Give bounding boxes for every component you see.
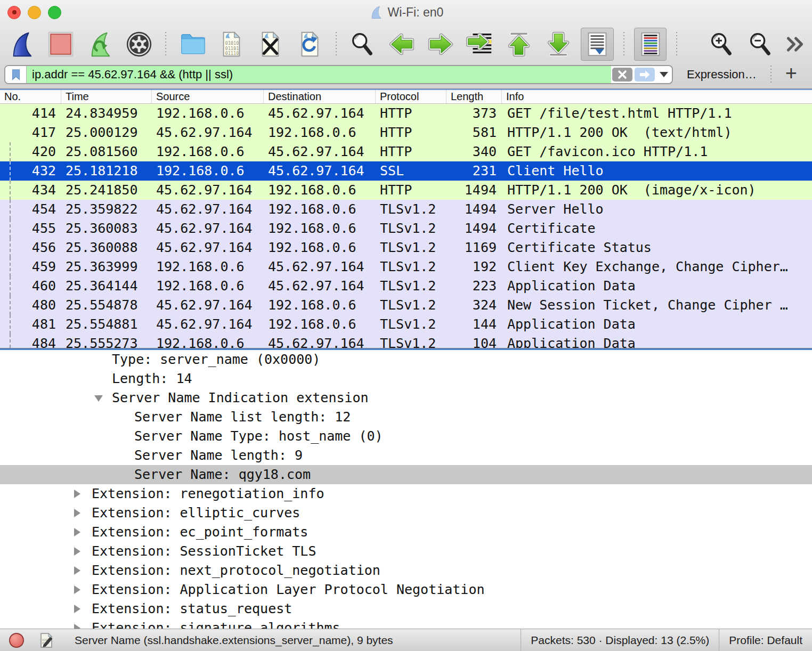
- minimize-window-button[interactable]: [28, 6, 41, 19]
- restart-capture-button[interactable]: [84, 28, 116, 61]
- expander-closed-icon[interactable]: [74, 585, 80, 594]
- column-header-length[interactable]: Length: [446, 90, 502, 103]
- packet-row-455[interactable]: 45525.36008345.62.97.164192.168.0.6TLSv1…: [0, 219, 812, 238]
- chevron-down-icon: [660, 72, 668, 77]
- filter-apply-button[interactable]: [635, 68, 655, 82]
- column-header-time[interactable]: Time: [61, 90, 152, 103]
- detail-row[interactable]: Extension: ec_point_formats: [0, 523, 812, 542]
- packet-row-454[interactable]: 45425.35982245.62.97.164192.168.0.6TLSv1…: [0, 200, 812, 219]
- packet-row-480[interactable]: 48025.55487845.62.97.164192.168.0.6TLSv1…: [0, 296, 812, 315]
- packet-row-434[interactable]: 43425.24185045.62.97.164192.168.0.6HTTP1…: [0, 181, 812, 200]
- packet-cell: TLSv1.2: [376, 334, 446, 348]
- open-capture-file-button[interactable]: [176, 28, 208, 61]
- column-header-source[interactable]: Source: [152, 90, 264, 103]
- close-window-button[interactable]: [7, 6, 21, 19]
- expander-closed-icon[interactable]: [74, 605, 80, 613]
- filter-bookmark-button[interactable]: [5, 66, 27, 83]
- packet-cell: TLSv1.2: [376, 219, 446, 238]
- expander-closed-icon[interactable]: [74, 566, 80, 575]
- expander-closed-icon[interactable]: [74, 528, 80, 536]
- status-field-info: Server Name (ssl.handshake.extensions_se…: [75, 634, 521, 647]
- column-header-info[interactable]: Info: [502, 90, 812, 103]
- start-capture-button[interactable]: [5, 28, 38, 61]
- zoom-in-button[interactable]: [705, 28, 737, 61]
- filter-clear-button[interactable]: [612, 68, 632, 82]
- packet-cell: 45.62.97.164: [152, 181, 264, 200]
- capture-comment-button[interactable]: 0101 0110: [38, 632, 54, 649]
- toolbar-overflow-button[interactable]: [783, 28, 807, 61]
- packet-cell: 25.364144: [61, 276, 152, 296]
- detail-row[interactable]: Extension: signature_algorithms: [0, 619, 812, 629]
- filter-history-dropdown-button[interactable]: [656, 66, 672, 83]
- expander-closed-icon[interactable]: [74, 490, 80, 498]
- expander-open-icon[interactable]: [94, 395, 103, 402]
- column-header-no[interactable]: No.: [0, 90, 61, 103]
- related-packet-indicator: [10, 142, 11, 161]
- expert-info-button[interactable]: [9, 632, 25, 648]
- detail-row[interactable]: Server Name Indication extension: [0, 388, 812, 408]
- related-packet-indicator: [10, 315, 11, 334]
- packet-cell: 1494: [446, 181, 502, 200]
- capture-options-button[interactable]: [123, 28, 155, 61]
- packet-row-417[interactable]: 41725.00012945.62.97.164192.168.0.6HTTP5…: [0, 123, 812, 142]
- detail-row[interactable]: Server Name Type: host_name (0): [0, 427, 812, 446]
- close-capture-file-button[interactable]: [254, 28, 287, 61]
- stop-capture-button[interactable]: [44, 28, 77, 61]
- traffic-lights: [7, 0, 61, 25]
- detail-row[interactable]: Extension: renegotiation_info: [0, 484, 812, 503]
- detail-row-text: Type: server_name (0x0000): [112, 352, 320, 367]
- colorize-packets-button[interactable]: [634, 28, 667, 61]
- go-to-next-packet-button[interactable]: [425, 28, 457, 61]
- fullscreen-window-button[interactable]: [48, 6, 61, 19]
- detail-row[interactable]: Extension: SessionTicket TLS: [0, 542, 812, 561]
- go-to-first-packet-button[interactable]: [502, 28, 535, 61]
- display-filter-input[interactable]: ip.addr == 45.62.97.164 && (http || ssl): [27, 66, 611, 83]
- packet-row-456[interactable]: 45625.36008845.62.97.164192.168.0.6TLSv1…: [0, 238, 812, 257]
- go-to-packet-button[interactable]: [464, 28, 496, 61]
- packet-row-414[interactable]: 41424.834959192.168.0.645.62.97.164HTTP3…: [0, 104, 812, 123]
- packet-cell: HTTP: [376, 142, 446, 161]
- packet-row-459[interactable]: 45925.363999192.168.0.645.62.97.164TLSv1…: [0, 257, 812, 276]
- expander-closed-icon[interactable]: [74, 509, 80, 517]
- arrow-up-bar-green-icon: [505, 30, 533, 59]
- save-capture-file-button[interactable]: 01010 01101 01110: [215, 28, 247, 61]
- detail-row[interactable]: Server Name list length: 12: [0, 408, 812, 427]
- auto-scroll-live-button[interactable]: [581, 28, 613, 61]
- column-header-destination[interactable]: Destination: [264, 90, 376, 103]
- packet-row-420[interactable]: 42025.081560192.168.0.645.62.97.164HTTP3…: [0, 142, 812, 161]
- autoscroll-list-icon: [583, 30, 612, 59]
- packet-row-484[interactable]: 48425.555273192.168.0.645.62.97.164TLSv1…: [0, 334, 812, 348]
- display-filter-field: ip.addr == 45.62.97.164 && (http || ssl): [4, 65, 673, 84]
- detail-row[interactable]: Length: 14: [0, 369, 812, 388]
- packet-list-header: No.TimeSourceDestinationProtocolLengthIn…: [0, 90, 812, 104]
- detail-row[interactable]: Extension: elliptic_curves: [0, 503, 812, 523]
- status-profile[interactable]: Profile: Default: [719, 634, 812, 647]
- detail-row[interactable]: Extension: Application Layer Protocol Ne…: [0, 580, 812, 599]
- packet-cell: 192.168.0.6: [152, 334, 264, 348]
- expander-closed-icon[interactable]: [74, 624, 80, 629]
- apply-arrow-icon: [638, 69, 651, 80]
- detail-row[interactable]: Server Name: qgy18.com: [0, 465, 812, 484]
- detail-row[interactable]: Type: server_name (0x0000): [0, 350, 812, 369]
- detail-row[interactable]: Server Name length: 9: [0, 446, 812, 465]
- magnifier-icon: [348, 30, 377, 59]
- find-packet-button[interactable]: [346, 28, 379, 61]
- expression-button[interactable]: Expression…: [678, 68, 765, 82]
- go-to-last-packet-button[interactable]: [542, 28, 574, 61]
- packet-cell: 192.168.0.6: [264, 200, 376, 219]
- packet-row-481[interactable]: 48125.55488145.62.97.164192.168.0.6TLSv1…: [0, 315, 812, 334]
- packet-cell: HTTP/1.1 200 OK (image/x-icon): [502, 181, 812, 200]
- column-header-protocol[interactable]: Protocol: [376, 90, 446, 103]
- packet-row-432[interactable]: 43225.181218192.168.0.645.62.97.164SSL23…: [0, 161, 812, 181]
- packet-cell: 25.555273: [61, 334, 152, 348]
- packet-row-460[interactable]: 46025.364144192.168.0.645.62.97.164TLSv1…: [0, 276, 812, 296]
- detail-row[interactable]: Extension: next_protocol_negotiation: [0, 561, 812, 580]
- expander-closed-icon[interactable]: [74, 547, 80, 556]
- packet-cell: 25.554878: [61, 296, 152, 315]
- zoom-out-button[interactable]: [744, 28, 777, 61]
- go-to-previous-packet-button[interactable]: [385, 28, 418, 61]
- reload-capture-file-button[interactable]: [293, 28, 326, 61]
- add-filter-button[interactable]: +: [777, 65, 806, 84]
- packet-cell: Certificate Status: [502, 238, 812, 257]
- detail-row[interactable]: Extension: status_request: [0, 599, 812, 619]
